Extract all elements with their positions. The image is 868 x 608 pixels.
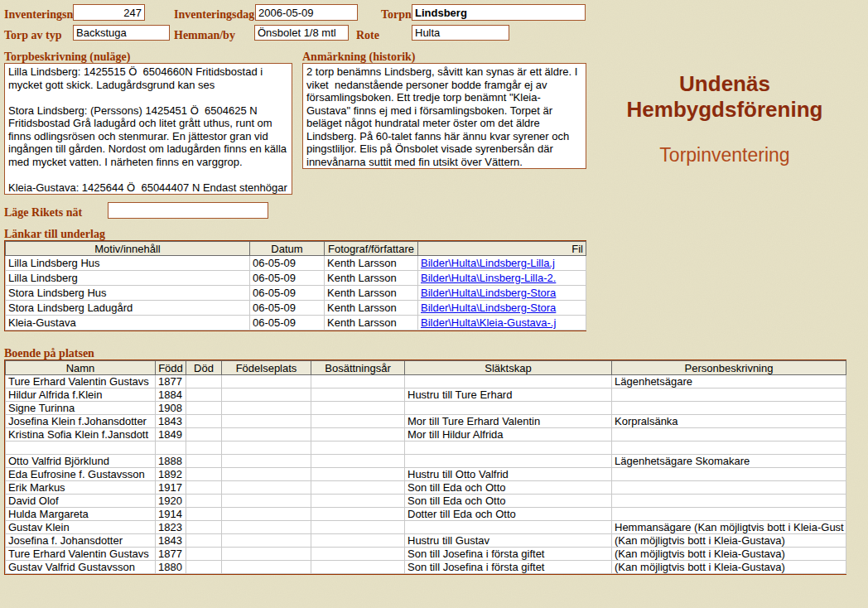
link-cell-datum: 06-05-09 <box>250 316 325 331</box>
residents-col-personbeskrivning: Personbeskrivning <box>612 361 846 375</box>
hemman-by-label: Hemman/by <box>174 29 235 42</box>
resident-cell-personbeskrivning: Korpralsänka <box>612 415 846 428</box>
resident-cell-bosattningsar <box>311 561 405 574</box>
link-cell-datum: 06-05-09 <box>250 286 325 301</box>
resident-cell-namn: Eda Eufrosine f. Gustavsson <box>6 468 156 481</box>
link-cell-motiv: Stora Lindsberg Ladugård <box>6 301 250 316</box>
resident-cell-slaktskap: Son till Josefina i första giftet <box>405 561 612 574</box>
link-row: Lilla Lindsberg Hus06-05-09Kenth Larsson… <box>6 256 586 271</box>
link-cell-fil: Bilder\Hulta\Lindsberg-Stora <box>418 286 586 301</box>
link-cell-datum: 06-05-09 <box>250 301 325 316</box>
org-title-line2: Hembygdsförening <box>601 97 848 123</box>
resident-cell-fodd: 1843 <box>156 415 186 428</box>
inventeringsnr-input[interactable] <box>73 4 145 21</box>
link-row: Stora Lindsberg Hus06-05-09Kenth Larsson… <box>6 286 586 301</box>
residents-col-dod: Död <box>186 361 222 375</box>
resident-cell-slaktskap <box>405 375 612 388</box>
resident-cell-namn: Ture Erhard Valentin Gustavs <box>6 375 156 388</box>
resident-cell-bosattningsar <box>311 402 405 415</box>
resident-row: Otto Valfrid Björklund1888Lägenhetsägare… <box>6 455 846 468</box>
rote-input[interactable] <box>412 25 509 41</box>
link-cell-fotograf: Kenth Larsson <box>325 256 418 271</box>
resident-cell-namn: Kristina Sofia Klein f.Jansdott <box>6 428 156 442</box>
link-row: Stora Lindsberg Ladugård06-05-09Kenth La… <box>6 301 586 316</box>
resident-cell-slaktskap <box>405 402 612 415</box>
links-col-fotograf: Fotograf/författare <box>325 242 418 256</box>
resident-cell-fodd: 1920 <box>156 495 186 508</box>
resident-cell-dod <box>186 375 222 388</box>
file-link[interactable]: Bilder\Hulta\Linsberg-Lilla-2. <box>421 272 556 284</box>
residents-col-namn: Namn <box>6 361 156 375</box>
file-link[interactable]: Bilder\Hulta\Lindsberg-Stora <box>421 302 556 314</box>
hemman-by-input[interactable] <box>254 25 349 41</box>
resident-cell-fodd: 1892 <box>156 468 186 481</box>
link-cell-fil: Bilder\Hulta\Lindsberg-Stora <box>418 301 586 316</box>
resident-cell-dod <box>186 534 222 548</box>
resident-cell-bosattningsar <box>311 548 405 561</box>
resident-cell-bosattningsar <box>311 428 405 442</box>
resident-row: David Olof1920Son till Eda och Otto <box>6 495 846 508</box>
resident-cell-slaktskap <box>405 521 612 534</box>
residents-header-row: NamnFöddDödFödelseplatsBosättningsårSläk… <box>6 361 846 375</box>
inventeringsdag-label: Inventeringsdag <box>174 8 254 22</box>
resident-cell-fodd: 1914 <box>156 508 186 521</box>
resident-cell-fodd: 1877 <box>156 375 186 388</box>
resident-cell-bosattningsar <box>311 455 405 468</box>
resident-cell-fodelseplats <box>222 415 311 428</box>
resident-cell-dod <box>186 495 222 508</box>
torp-av-typ-label: Torp av typ <box>4 29 62 42</box>
resident-cell-bosattningsar <box>311 442 405 455</box>
residents-col-bosattningsar: Bosättningsår <box>311 361 405 375</box>
resident-cell-dod <box>186 415 222 428</box>
resident-cell-personbeskrivning: (Kan möjligtvis bott i Kleia-Gustava) <box>612 548 846 561</box>
resident-cell-personbeskrivning: Lägenhetsägare <box>612 375 846 388</box>
resident-row: Eda Eufrosine f. Gustavsson1892Hustru ti… <box>6 468 846 481</box>
resident-cell-fodd: 1888 <box>156 455 186 468</box>
residents-col-fodelseplats: Födelseplats <box>222 361 311 375</box>
resident-cell-bosattningsar <box>311 415 405 428</box>
resident-cell-namn: Gustav Valfrid Gustavsson <box>6 561 156 574</box>
resident-cell-fodelseplats <box>222 442 311 455</box>
file-link[interactable]: Bilder\Hulta\Kleia-Gustava-.j <box>421 316 556 329</box>
resident-cell-fodd: 1849 <box>156 428 186 442</box>
resident-cell-bosattningsar <box>311 508 405 521</box>
link-cell-fotograf: Kenth Larsson <box>325 316 418 331</box>
anmarkning-textbox[interactable]: 2 torp benämns Lindsberg, såvitt kan syn… <box>302 63 586 169</box>
file-link[interactable]: Bilder\Hulta\Lindsberg-Stora <box>421 287 556 299</box>
rote-label: Rote <box>356 29 379 42</box>
lage-rikets-nat-input[interactable] <box>108 202 268 219</box>
resident-cell-personbeskrivning <box>612 508 846 521</box>
resident-row: Kristina Sofia Klein f.Jansdott1849Mor t… <box>6 428 846 442</box>
resident-cell-personbeskrivning: (Kan möjligtvis bott i Kleia-Gustava) <box>612 561 846 574</box>
resident-cell-fodelseplats <box>222 402 311 415</box>
resident-row: Ture Erhard Valentin Gustavs1877Lägenhet… <box>6 375 846 388</box>
resident-cell-personbeskrivning <box>612 495 846 508</box>
inventeringsdag-input[interactable] <box>255 4 358 21</box>
torp-av-typ-input[interactable] <box>73 25 170 41</box>
residents-table: NamnFöddDödFödelseplatsBosättningsårSläk… <box>4 359 846 575</box>
resident-cell-dod <box>186 468 222 481</box>
lage-rikets-nat-label: Läge Rikets nät <box>4 206 82 220</box>
brand-block: Undenäs Hembygdsförening Torpinventering <box>601 71 848 166</box>
torpinventering-page: Inventeringsnr Inventeringsdag Torpnamn … <box>0 0 868 608</box>
content: Inventeringsnr Inventeringsdag Torpnamn … <box>0 0 868 608</box>
resident-cell-bosattningsar <box>311 375 405 388</box>
resident-cell-slaktskap: Dotter till Eda och Otto <box>405 508 612 521</box>
link-cell-fil: Bilder\Hulta\Linsberg-Lilla-2. <box>418 271 586 286</box>
resident-cell-bosattningsar <box>311 521 405 534</box>
resident-cell-fodd: 1917 <box>156 481 186 495</box>
link-row: Kleia-Gustava06-05-09Kenth LarssonBilder… <box>6 316 586 331</box>
resident-cell-fodd: 1877 <box>156 548 186 561</box>
torpnamn-input[interactable] <box>412 4 586 21</box>
resident-cell-slaktskap <box>405 455 612 468</box>
resident-cell-fodelseplats <box>222 534 311 548</box>
resident-cell-fodelseplats <box>222 508 311 521</box>
resident-cell-namn: Signe Turinna <box>6 402 156 415</box>
resident-cell-fodelseplats <box>222 561 311 574</box>
link-cell-fil: Bilder\Hulta\Lindsberg-Lilla.j <box>418 256 586 271</box>
torpbeskrivning-textbox[interactable]: Lilla Lindsberg: 1425515 Ö 6504660N Frit… <box>4 63 292 195</box>
page-title: Torpinventering <box>601 144 848 166</box>
inventeringsnr-label: Inventeringsnr <box>4 8 78 22</box>
links-table-el: Motiv/innehållDatumFotograf/författareFi… <box>5 241 586 331</box>
file-link[interactable]: Bilder\Hulta\Lindsberg-Lilla.j <box>421 257 555 269</box>
